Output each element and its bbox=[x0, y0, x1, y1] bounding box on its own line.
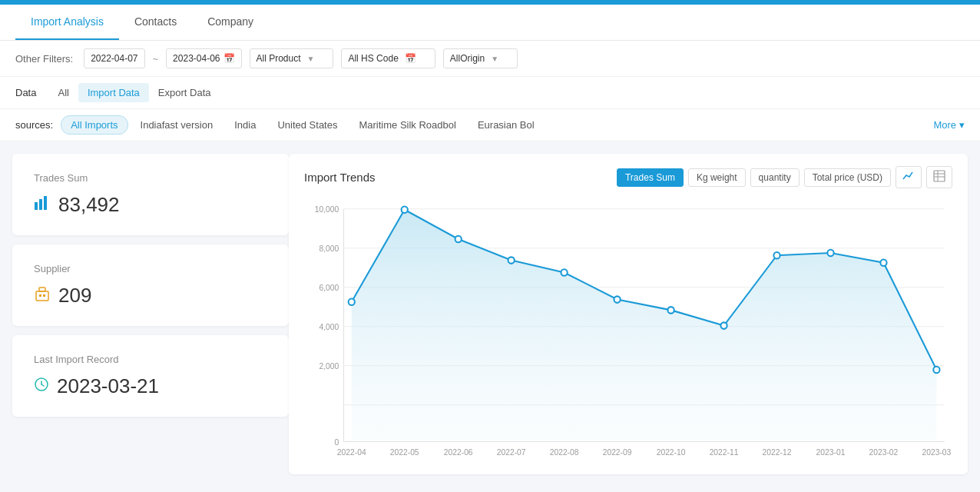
tab-contacts[interactable]: Contacts bbox=[119, 5, 192, 40]
svg-text:2022-05: 2022-05 bbox=[390, 448, 419, 457]
chart-panel: Import Trends Trades Sum Kg weight quant… bbox=[289, 154, 968, 474]
svg-text:2022-04: 2022-04 bbox=[337, 448, 366, 457]
trades-sum-btn[interactable]: Trades Sum bbox=[617, 168, 684, 187]
nav-tabs: Import Analysis Contacts Company bbox=[0, 5, 980, 41]
filters-label: Other Filters: bbox=[15, 53, 73, 65]
data-row: Data All Import Data Export Data bbox=[0, 77, 980, 109]
origin-filter[interactable]: AllOrigin ▼ bbox=[443, 48, 518, 68]
svg-text:8,000: 8,000 bbox=[319, 244, 339, 253]
date-from-value: 2022-04-07 bbox=[91, 53, 137, 64]
more-row: More ▾ bbox=[547, 119, 965, 131]
origin-label: AllOrigin bbox=[450, 53, 485, 64]
product-arrow-icon: ▼ bbox=[307, 55, 315, 63]
sources-label: sources: bbox=[15, 119, 53, 131]
source-tab-indiafast[interactable]: Indiafast version bbox=[131, 116, 223, 134]
chart-controls: Trades Sum Kg weight quantity Total pric… bbox=[617, 166, 952, 188]
svg-text:2023-01: 2023-01 bbox=[816, 448, 846, 457]
building-icon bbox=[34, 285, 51, 306]
filters-row: Other Filters: 2022-04-07 ~ 2023-04-06 📅… bbox=[0, 41, 980, 77]
source-tab-maritime[interactable]: Maritime Silk Roadbol bbox=[349, 116, 465, 134]
svg-rect-3 bbox=[36, 291, 48, 301]
supplier-title: Supplier bbox=[34, 263, 267, 274]
svg-point-36 bbox=[720, 322, 727, 329]
chevron-down-icon: ▾ bbox=[959, 119, 965, 131]
svg-rect-0 bbox=[35, 202, 38, 210]
clock-icon bbox=[34, 377, 49, 396]
table-icon-btn[interactable] bbox=[926, 166, 952, 188]
source-tab-india[interactable]: India bbox=[225, 116, 265, 134]
chart-header: Import Trends Trades Sum Kg weight quant… bbox=[304, 166, 952, 188]
trades-sum-value: 83,492 bbox=[34, 193, 267, 217]
date-separator: ~ bbox=[153, 53, 159, 65]
data-tab-export[interactable]: Export Data bbox=[149, 83, 220, 102]
kg-weight-btn[interactable]: Kg weight bbox=[688, 168, 746, 187]
source-tab-all-imports[interactable]: All Imports bbox=[61, 115, 127, 135]
line-chart-icon-btn[interactable] bbox=[896, 166, 922, 188]
svg-text:2022-11: 2022-11 bbox=[710, 448, 739, 457]
source-tab-eurasian[interactable]: Eurasian Bol bbox=[468, 116, 544, 134]
data-tab-import[interactable]: Import Data bbox=[78, 83, 149, 102]
svg-point-35 bbox=[667, 307, 674, 314]
svg-text:4,000: 4,000 bbox=[319, 323, 339, 331]
chart-area: 10,000 8,000 6,000 4,000 2,000 0 bbox=[304, 201, 952, 462]
svg-marker-28 bbox=[352, 210, 937, 442]
svg-point-34 bbox=[614, 296, 620, 303]
date-to-value: 2023-04-06 bbox=[173, 53, 220, 64]
supplier-value: 209 bbox=[34, 284, 267, 308]
calendar-icon: 📅 bbox=[223, 53, 235, 64]
svg-rect-4 bbox=[39, 294, 41, 297]
svg-point-29 bbox=[349, 299, 355, 306]
svg-text:2022-12: 2022-12 bbox=[763, 448, 792, 457]
svg-line-9 bbox=[41, 384, 44, 386]
data-tab-all[interactable]: All bbox=[48, 83, 78, 102]
origin-arrow-icon: ▼ bbox=[491, 55, 498, 63]
svg-text:2022-08: 2022-08 bbox=[550, 448, 579, 457]
source-tab-united-states[interactable]: United States bbox=[268, 116, 346, 134]
data-label: Data bbox=[15, 87, 36, 98]
svg-point-32 bbox=[508, 257, 515, 264]
product-filter[interactable]: All Product ▼ bbox=[250, 48, 334, 68]
svg-rect-6 bbox=[39, 288, 45, 291]
date-to-input[interactable]: 2023-04-06 📅 bbox=[166, 48, 241, 68]
svg-text:2022-10: 2022-10 bbox=[657, 448, 686, 457]
last-import-card: Last Import Record 2023-03-21 bbox=[12, 335, 289, 417]
stats-panel: Trades Sum 83,492 Supplier 209 Last Impo… bbox=[12, 154, 289, 474]
svg-point-31 bbox=[455, 236, 462, 243]
hs-code-label: All HS Code bbox=[348, 53, 398, 64]
last-import-value: 2023-03-21 bbox=[34, 374, 267, 398]
svg-text:2,000: 2,000 bbox=[319, 362, 339, 371]
hs-code-filter[interactable]: All HS Code 📅 bbox=[341, 48, 435, 68]
svg-rect-5 bbox=[43, 294, 45, 297]
product-label: All Product bbox=[257, 53, 301, 64]
last-import-title: Last Import Record bbox=[34, 354, 267, 365]
hs-code-calendar-icon: 📅 bbox=[405, 53, 416, 64]
main-content: Trades Sum 83,492 Supplier 209 Last Impo… bbox=[0, 141, 980, 487]
sources-row: sources: All Imports Indiafast version I… bbox=[0, 109, 980, 141]
svg-point-38 bbox=[827, 250, 833, 257]
svg-text:2022-07: 2022-07 bbox=[497, 448, 526, 457]
quantity-btn[interactable]: quantity bbox=[750, 168, 800, 187]
total-price-btn[interactable]: Total price (USD) bbox=[804, 168, 891, 187]
svg-rect-2 bbox=[44, 196, 47, 210]
import-trends-chart: 10,000 8,000 6,000 4,000 2,000 0 bbox=[304, 201, 952, 462]
supplier-card: Supplier 209 bbox=[12, 244, 289, 326]
svg-rect-10 bbox=[934, 171, 945, 181]
svg-rect-1 bbox=[39, 199, 42, 210]
svg-text:2023-02: 2023-02 bbox=[869, 448, 899, 457]
more-label: More bbox=[933, 119, 956, 131]
svg-point-30 bbox=[402, 206, 408, 213]
svg-text:2022-09: 2022-09 bbox=[603, 448, 632, 457]
tab-company[interactable]: Company bbox=[192, 5, 269, 40]
svg-text:6,000: 6,000 bbox=[319, 284, 339, 292]
svg-point-33 bbox=[561, 269, 568, 276]
svg-point-37 bbox=[773, 252, 780, 259]
svg-text:2023-03: 2023-03 bbox=[922, 448, 952, 457]
tab-import-analysis[interactable]: Import Analysis bbox=[15, 5, 119, 40]
svg-point-39 bbox=[880, 260, 886, 267]
more-button[interactable]: More ▾ bbox=[933, 119, 965, 131]
trades-sum-card: Trades Sum 83,492 bbox=[12, 154, 289, 235]
bar-chart-icon bbox=[34, 194, 51, 216]
svg-text:0: 0 bbox=[335, 438, 339, 447]
date-from-input[interactable]: 2022-04-07 bbox=[84, 48, 144, 68]
svg-point-40 bbox=[933, 367, 939, 374]
